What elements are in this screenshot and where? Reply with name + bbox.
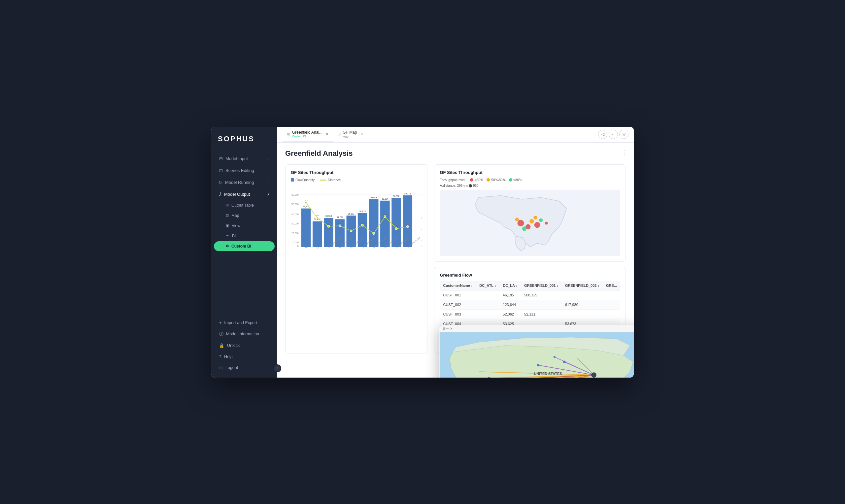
legend-distance: Distance: [320, 178, 341, 182]
sidebar-item-logout[interactable]: ⊙ Logout: [214, 362, 275, 373]
sidebar-item-model-info[interactable]: ⓘ Model Information: [214, 328, 275, 340]
custom-bi-icon: ⊛: [226, 244, 229, 248]
svg-text:1,200: 1,200: [421, 193, 422, 196]
svg-text:400: 400: [421, 239, 422, 242]
svg-text:UNITED STATES: UNITED STATES: [534, 372, 562, 376]
flow-table-title: Greenfield Flow: [440, 273, 620, 277]
svg-text:371: 371: [372, 230, 376, 232]
svg-text:40,000: 40,000: [291, 213, 299, 216]
svg-text:31,774: 31,774: [337, 216, 343, 218]
chevron-down-icon: ∧: [267, 193, 269, 196]
throughput-map-visual: [440, 190, 620, 256]
svg-point-35: [361, 224, 363, 226]
chart-icon: ⤴: [219, 192, 221, 197]
svg-text:800: 800: [421, 217, 422, 219]
throughput-map-title: GF Sites Throughput: [440, 170, 620, 175]
chevron-right-icon: ›: [268, 181, 269, 184]
plus-icon: +: [219, 321, 221, 325]
map-dot-dc-8: [539, 218, 543, 222]
svg-text:754: 754: [383, 214, 387, 216]
svg-point-31: [316, 217, 318, 218]
sidebar-sub-custom-bi[interactable]: ⊛ Custom BI: [214, 241, 275, 251]
tab-gf-map[interactable]: ⊞ GF Map Map ×: [333, 127, 368, 143]
sidebar-item-model-running[interactable]: ▷ Model Running ›: [214, 177, 275, 188]
top-bar-actions: ◁ ○ ▽: [598, 130, 628, 139]
svg-text:10,000: 10,000: [291, 241, 299, 244]
svg-point-77: [537, 364, 539, 366]
us-map-svg: UNITED STATES + − ⊡ Map data ©2024 Googl…: [439, 332, 634, 378]
col-customer-name: CustomerName ↕: [440, 281, 476, 290]
bar-chart-legend: FlowQuantity Distance: [291, 178, 422, 182]
svg-text:59,112: 59,112: [404, 192, 411, 194]
svg-text:30,000: 30,000: [291, 222, 299, 225]
bar-chart-title: GF Sites Throughput: [291, 170, 422, 175]
svg-text:200: 200: [421, 245, 422, 247]
bar-chart-area: 60,000 50,000 40,000 30,000 20,000 10,00…: [291, 184, 422, 257]
monitor-icon: ▣: [226, 223, 229, 228]
svg-text:546: 546: [338, 223, 342, 225]
sidebar: SOPHUS ⊟ Model Input › ⊡ Scenes Editing …: [211, 127, 277, 378]
sidebar-item-model-output[interactable]: ⤴ Model Output ∧: [214, 188, 275, 200]
svg-text:1,000: 1,000: [421, 205, 422, 207]
lock-icon: 🔓: [219, 343, 224, 348]
edit-icon: ⊡: [219, 168, 223, 173]
bar-dc-atl: [301, 208, 311, 247]
col-gf-002: GREENFIELD_002 ↕: [562, 281, 603, 290]
north-america-map-svg: [440, 190, 620, 256]
svg-text:33,360: 33,360: [325, 215, 332, 217]
svg-text:60,000: 60,000: [291, 193, 299, 196]
map-dot-dc-1: [534, 222, 540, 228]
logout-icon: ⊙: [219, 365, 223, 370]
tab-close-greenfield[interactable]: ×: [326, 132, 328, 136]
sidebar-item-unlock[interactable]: 🔓 Unlock: [214, 340, 275, 351]
map-dot-dc-7: [515, 217, 519, 221]
svg-point-39: [407, 226, 409, 228]
nav-circle-button[interactable]: ○: [609, 130, 618, 139]
throughput-legend: ThroughputLevel: <50% 50%-80%: [440, 178, 620, 182]
sidebar-item-import-export[interactable]: + Import and Export: [214, 318, 275, 328]
grid-icon: ⊟: [219, 156, 223, 161]
legend-gte80: ≥80%: [509, 178, 522, 182]
svg-point-78: [554, 356, 556, 358]
sidebar-sub-output-table[interactable]: ⊞ Output Table: [214, 200, 275, 210]
legend-50-80: 50%-80%: [487, 178, 505, 182]
svg-text:20,000: 20,000: [291, 232, 299, 234]
sidebar-sub-view[interactable]: ▣ View: [214, 221, 275, 231]
tab-close-gf-map[interactable]: ×: [360, 132, 363, 136]
table-row: CUST_002 123,644 617,980: [440, 300, 620, 309]
map-dot-dc-9: [545, 221, 548, 224]
sidebar-collapse-button[interactable]: ‹: [273, 364, 281, 372]
svg-text:1,014: 1,014: [304, 200, 309, 202]
sidebar-item-help[interactable]: ? Help: [214, 352, 275, 362]
tab-icon-gf-map: ⊞: [338, 132, 341, 136]
tab-greenfield[interactable]: ⊞ Greenfield Anal... Custom BI ×: [283, 127, 333, 143]
map-overlay-header: ⊞ ✏ ✕ Feed: [439, 325, 634, 332]
main-content: ⊞ Greenfield Anal... Custom BI × ⊞ GF Ma…: [277, 127, 634, 378]
table-row: CUST_001 46,185 508,129: [440, 290, 620, 300]
adistance-text: A.distance: 295 960: [440, 184, 620, 187]
sidebar-sub-bi[interactable]: ⋯ BI: [214, 231, 275, 241]
legend-dot-distance: [320, 180, 326, 181]
svg-text:557: 557: [361, 222, 364, 224]
nav-down-button[interactable]: ▽: [619, 130, 628, 139]
bar-gf-001: [324, 218, 334, 247]
info-icon: ⓘ: [219, 331, 223, 337]
svg-text:56,098: 56,098: [393, 195, 400, 197]
sidebar-sub-map[interactable]: ⊡ Map: [214, 211, 275, 220]
sidebar-item-model-input[interactable]: ⊟ Model Input ›: [214, 153, 275, 164]
svg-text:0: 0: [298, 245, 299, 248]
flow-table-header-row: CustomerName ↕ DC_ATL ↕ DC_LA ↕: [440, 281, 620, 290]
more-options-button[interactable]: ⋮: [621, 149, 627, 157]
svg-text:38,818: 38,818: [359, 210, 366, 212]
legend-flow-quantity: FlowQuantity: [291, 178, 314, 182]
play-icon: ▷: [219, 180, 222, 185]
sidebar-item-scenes-editing[interactable]: ⊡ Scenes Editing ›: [214, 165, 275, 176]
throughput-map-panel: GF Sites Throughput ThroughputLevel: <50…: [434, 164, 626, 262]
nav-back-button[interactable]: ◁: [598, 130, 607, 139]
tab-icon-greenfield: ⊞: [287, 132, 290, 136]
svg-text:53,204: 53,204: [382, 197, 389, 200]
col-dc-atl: DC_ATL ↕: [476, 281, 499, 290]
map-dot-dc-5: [518, 220, 524, 227]
table-row: CUST_003 52,062 52,111: [440, 309, 620, 319]
svg-text:539: 539: [327, 223, 331, 225]
